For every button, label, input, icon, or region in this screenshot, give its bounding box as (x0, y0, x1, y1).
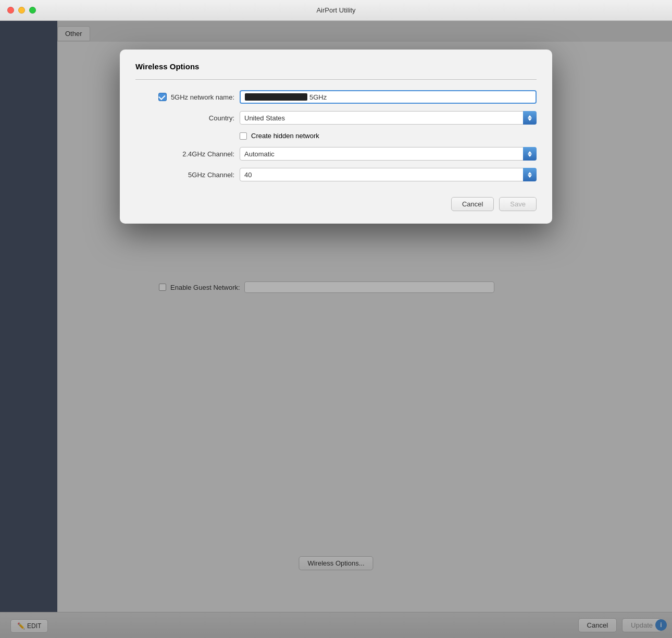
hidden-network-checkbox[interactable] (240, 132, 247, 140)
country-row: Country: United States (135, 111, 537, 125)
network-name-input-area: 5GHz (240, 90, 537, 104)
channel-24-select[interactable]: Automatic (240, 147, 537, 161)
close-button[interactable] (7, 7, 14, 14)
modal-buttons: Cancel Save (135, 192, 537, 211)
modal-divider (135, 79, 537, 80)
channel-5-label: 5GHz Channel: (135, 171, 240, 179)
masked-password (245, 93, 307, 101)
5ghz-name-checkbox[interactable] (158, 93, 167, 101)
title-bar: AirPort Utility (0, 0, 672, 21)
5ghz-network-name-input[interactable]: 5GHz (240, 90, 537, 104)
window-controls (7, 7, 36, 14)
channel-24-label: 2.4GHz Channel: (135, 150, 240, 158)
network-name-label-area: 5GHz network name: (135, 93, 240, 101)
channel-5-select-wrapper: 40 (240, 168, 537, 181)
channel-24-row: 2.4GHz Channel: Automatic (135, 147, 537, 161)
country-select-wrapper: United States (240, 111, 537, 125)
modal-overlay: Wireless Options 5GHz network name: 5GHz (0, 21, 672, 638)
country-select-area: United States (240, 111, 537, 125)
modal-save-button[interactable]: Save (499, 197, 537, 211)
5ghz-name-label: 5GHz network name: (171, 93, 234, 101)
modal-content: Wireless Options 5GHz network name: 5GHz (120, 50, 552, 224)
network-name-row: 5GHz network name: 5GHz (135, 90, 537, 104)
modal-cancel-button[interactable]: Cancel (451, 197, 494, 211)
country-select[interactable]: United States (240, 111, 537, 125)
channel-5-select[interactable]: 40 (240, 168, 537, 181)
country-label: Country: (135, 114, 240, 122)
window-title: AirPort Utility (316, 6, 355, 14)
maximize-button[interactable] (29, 7, 36, 14)
channel-24-select-area: Automatic (240, 147, 537, 161)
5ghz-suffix: 5GHz (309, 93, 327, 101)
channel-5-row: 5GHz Channel: 40 (135, 168, 537, 181)
channel-24-select-wrapper: Automatic (240, 147, 537, 161)
wireless-options-dialog: Wireless Options 5GHz network name: 5GHz (120, 50, 552, 224)
modal-title: Wireless Options (135, 62, 537, 71)
hidden-network-label: Create hidden network (251, 132, 319, 140)
channel-5-select-area: 40 (240, 168, 537, 181)
hidden-network-row: Create hidden network (240, 132, 537, 140)
minimize-button[interactable] (18, 7, 25, 14)
